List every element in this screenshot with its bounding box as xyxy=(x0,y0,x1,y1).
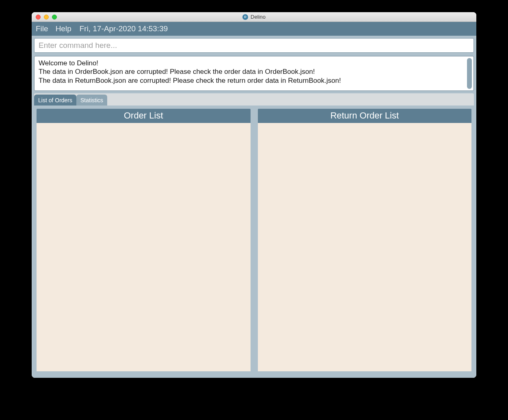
content-area: Order List Return Order List xyxy=(34,106,474,375)
close-icon[interactable] xyxy=(36,15,41,19)
window-title-text: Delino xyxy=(251,14,266,20)
order-list-header: Order List xyxy=(37,109,251,123)
tab-statistics[interactable]: Statistics xyxy=(76,95,107,106)
window-title: D Delino xyxy=(32,14,476,20)
output-scrollbar[interactable] xyxy=(467,58,472,89)
return-order-list-body xyxy=(258,123,472,371)
menubar: File Help Fri, 17-Apr-2020 14:53:39 xyxy=(32,22,476,36)
titlebar: D Delino xyxy=(32,12,476,22)
tab-strip: List of Orders Statistics xyxy=(34,93,474,106)
order-list-body xyxy=(37,123,251,371)
return-order-list-header: Return Order List xyxy=(258,109,472,123)
output-panel: Welcome to Delino! The data in OrderBook… xyxy=(34,56,474,91)
return-order-list-panel: Return Order List xyxy=(258,109,472,371)
output-text: Welcome to Delino! The data in OrderBook… xyxy=(35,56,467,90)
command-input[interactable] xyxy=(34,38,474,53)
menubar-datetime: Fri, 17-Apr-2020 14:53:39 xyxy=(80,24,168,33)
menu-file[interactable]: File xyxy=(36,24,48,33)
window-controls xyxy=(36,15,57,19)
app-body: Welcome to Delino! The data in OrderBook… xyxy=(32,36,476,378)
app-window: D Delino File Help Fri, 17-Apr-2020 14:5… xyxy=(32,12,476,378)
minimize-icon[interactable] xyxy=(44,15,49,19)
tab-list-of-orders[interactable]: List of Orders xyxy=(34,95,76,106)
order-list-panel: Order List xyxy=(37,109,251,371)
menu-help[interactable]: Help xyxy=(56,24,71,33)
maximize-icon[interactable] xyxy=(52,15,57,19)
app-icon: D xyxy=(242,14,248,20)
